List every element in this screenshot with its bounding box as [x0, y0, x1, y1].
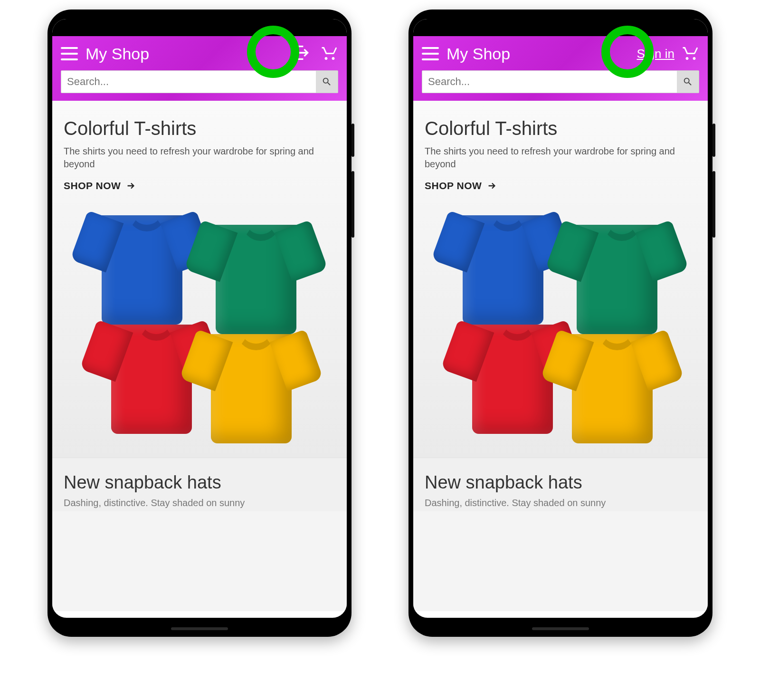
screen: My Shop Colorful T-shirts The s	[52, 19, 347, 618]
app-bar: My Shop Sign in	[413, 36, 708, 101]
app-bar: My Shop	[52, 36, 347, 101]
login-icon[interactable]	[294, 43, 314, 64]
menu-icon[interactable]	[61, 47, 78, 60]
tshirt-yellow	[543, 320, 681, 458]
search-input[interactable]	[422, 71, 677, 93]
search-icon	[322, 77, 332, 87]
device-frame: My Shop Colorful T-shirts The s	[48, 10, 352, 637]
volume-button	[712, 124, 715, 157]
status-bar	[52, 19, 347, 36]
section-hats: New snapback hats Dashing, distinctive. …	[52, 458, 347, 511]
device-frame: My Shop Sign in Colorful T-shirts The sh…	[408, 10, 712, 637]
power-button	[352, 171, 354, 238]
arrow-right-icon	[486, 181, 497, 191]
hero-image	[425, 201, 696, 448]
status-bar	[413, 19, 708, 36]
section-hats-subtitle: Dashing, distinctive. Stay shaded on sun…	[425, 498, 696, 508]
search-bar	[61, 70, 338, 93]
app-bar-row: My Shop Sign in	[422, 42, 699, 66]
shop-now-label: SHOP NOW	[64, 180, 121, 192]
hero-image	[64, 201, 335, 448]
hero-section: Colorful T-shirts The shirts you need to…	[52, 101, 347, 458]
app-title: My Shop	[446, 45, 510, 63]
arrow-right-icon	[125, 181, 136, 191]
cart-icon[interactable]	[682, 44, 699, 63]
screen: My Shop Sign in Colorful T-shirts The sh…	[413, 19, 708, 618]
search-button[interactable]	[316, 71, 338, 93]
hero-subtitle: The shirts you need to refresh your ward…	[64, 145, 335, 171]
hero-title: Colorful T-shirts	[425, 118, 696, 139]
hero-section: Colorful T-shirts The shirts you need to…	[413, 101, 708, 458]
page-content: Colorful T-shirts The shirts you need to…	[413, 101, 708, 611]
app-title: My Shop	[86, 45, 149, 63]
section-hats: New snapback hats Dashing, distinctive. …	[413, 458, 708, 511]
menu-icon[interactable]	[422, 47, 439, 60]
search-bar	[422, 70, 699, 93]
shop-now-link[interactable]: SHOP NOW	[64, 180, 335, 192]
signin-link[interactable]: Sign in	[637, 47, 675, 61]
page-content: Colorful T-shirts The shirts you need to…	[52, 101, 347, 611]
hero-title: Colorful T-shirts	[64, 118, 335, 139]
tshirt-yellow	[182, 320, 320, 458]
volume-button	[352, 124, 354, 157]
section-hats-title: New snapback hats	[64, 472, 335, 493]
shop-now-link[interactable]: SHOP NOW	[425, 180, 696, 192]
power-button	[712, 171, 715, 238]
search-button[interactable]	[677, 71, 699, 93]
cart-icon[interactable]	[321, 44, 338, 63]
app-bar-row: My Shop	[61, 42, 338, 66]
search-input[interactable]	[61, 71, 316, 93]
search-icon	[683, 77, 693, 87]
section-hats-title: New snapback hats	[425, 472, 696, 493]
section-hats-subtitle: Dashing, distinctive. Stay shaded on sun…	[64, 498, 335, 508]
hero-subtitle: The shirts you need to refresh your ward…	[425, 145, 696, 171]
shop-now-label: SHOP NOW	[425, 180, 482, 192]
